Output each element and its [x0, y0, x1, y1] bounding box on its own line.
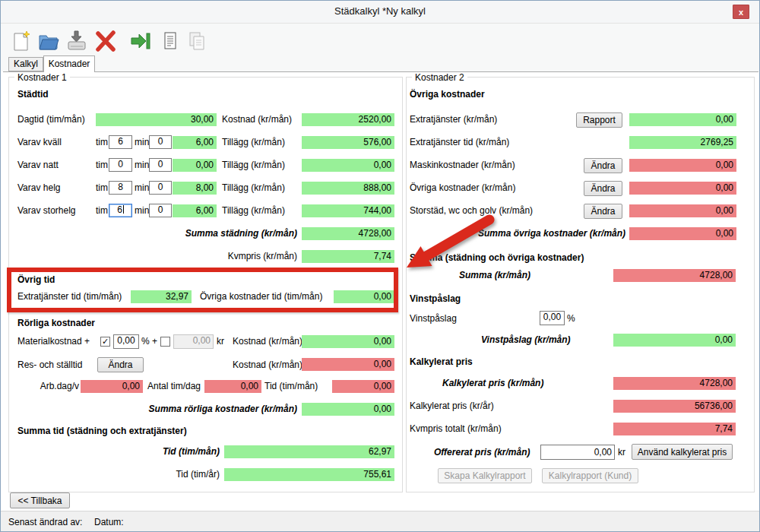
- status-bar: Senast ändrad av: Datum:: [1, 511, 759, 532]
- varav-natt-min-input[interactable]: 0: [149, 158, 172, 172]
- material-cost-field: 0,00: [302, 335, 394, 348]
- tab-kalkyl[interactable]: Kalkyl: [8, 57, 43, 71]
- tid-tim-man-label: Tid (tim/mån): [264, 380, 318, 393]
- varav-kvall-cost-field: 576,00: [302, 136, 394, 149]
- window-title: Städkalkyl *Ny kalkyl: [1, 5, 759, 17]
- report-icon[interactable]: [157, 28, 183, 54]
- varav-natt-cost-label: Tillägg (kr/mån): [222, 159, 285, 172]
- tim-label: tim: [96, 159, 108, 172]
- varav-helg-tim-input[interactable]: 8: [109, 181, 132, 195]
- offererat-pris-label: Offererat pris (kr/mån): [434, 446, 530, 459]
- ovriga-kostnader-header: Övriga kostnader: [410, 89, 485, 100]
- summa-rorliga-label: Summa rörliga kostnader (kr/mån): [100, 403, 297, 416]
- save-file-icon[interactable]: [64, 28, 90, 54]
- varav-kvall-tim-input[interactable]: 6: [109, 135, 132, 149]
- varav-storhelg-tim-value: 6: [117, 204, 122, 215]
- min-label: min: [135, 136, 149, 149]
- min-label: min: [135, 182, 149, 195]
- vinstpaslag-kr-field: 0,00: [613, 334, 736, 347]
- summa-tid-ar-field: 755,61: [224, 468, 394, 481]
- maskinkostnader-andra-button[interactable]: Ändra: [584, 158, 622, 173]
- new-document-icon[interactable]: [8, 28, 34, 54]
- res-cost-field: 0,00: [302, 358, 394, 371]
- offererat-pris-input[interactable]: 0,00: [540, 445, 615, 460]
- varav-storhelg-min-input[interactable]: 0: [149, 204, 172, 217]
- ovriga-kostnader-kr-field: 0,00: [629, 182, 736, 195]
- varav-kvall-value-field: 6,00: [173, 136, 217, 149]
- kvmpris-totalt-field: 7,74: [613, 423, 736, 435]
- varav-helg-min-input[interactable]: 0: [149, 181, 172, 195]
- materialkostnad-label: Materialkostnad +: [17, 335, 90, 348]
- material-pct-input[interactable]: 0,00: [113, 334, 139, 349]
- ovriga-kostnader-andra-button[interactable]: Ändra: [584, 181, 622, 196]
- material-pct-checkbox[interactable]: ✓: [100, 337, 110, 347]
- summa-stadning-label: Summa städning (kr/mån): [107, 227, 297, 240]
- kalkylrapport-kund-button[interactable]: Kalkylrapport (Kund): [542, 468, 638, 483]
- vinstpaslag-input[interactable]: 0,00: [540, 311, 565, 325]
- tillbaka-button[interactable]: << Tillbaka: [10, 492, 70, 508]
- antal-tim-dag-label: Antal tim/dag: [147, 380, 201, 393]
- stadtid-header: Städtid: [17, 89, 49, 100]
- material-kr-checkbox[interactable]: [160, 337, 170, 347]
- rapport-button[interactable]: Rapport: [576, 112, 622, 128]
- copy-glyph: [187, 30, 207, 52]
- res-andra-button[interactable]: Ändra: [97, 357, 144, 372]
- varav-kvall-label: Varav kväll: [17, 136, 62, 149]
- open-file-icon[interactable]: [36, 28, 62, 54]
- delete-glyph: [93, 29, 118, 53]
- varav-kvall-min-input[interactable]: 0: [149, 135, 172, 149]
- summa-tid-ar-label: Tid (tim/år): [75, 468, 220, 481]
- vinstpaslag-label: Vinstpåslag: [410, 312, 457, 325]
- storstad-andra-button[interactable]: Ändra: [584, 204, 622, 219]
- material-kr-suffix: kr: [217, 335, 224, 348]
- dagtid-value-field: 30,00: [96, 113, 217, 126]
- tim-label: tim: [96, 204, 108, 217]
- import-glyph: [129, 31, 150, 51]
- extratjanster-field: 0,00: [629, 113, 736, 126]
- min-label: min: [135, 204, 149, 217]
- summa-rorliga-field: 0,00: [302, 403, 394, 416]
- maskinkostnader-field: 0,00: [629, 159, 736, 172]
- close-icon: x: [739, 8, 743, 17]
- status-datum-label: Datum:: [94, 516, 124, 529]
- kalkylerat-ar-field: 56736,00: [613, 400, 736, 413]
- close-button[interactable]: x: [733, 5, 749, 19]
- rorliga-kostnader-header: Rörliga kostnader: [17, 318, 95, 328]
- vinstpaslag-kr-label: Vinstpåslag (kr/mån): [481, 334, 571, 347]
- report-glyph: [163, 31, 178, 51]
- maskinkostnader-label: Maskinkostnader (kr/mån): [410, 159, 515, 172]
- varav-natt-tim-input[interactable]: 0: [109, 158, 132, 172]
- res-och-stalltid-label: Res- och ställtid: [17, 359, 82, 372]
- varav-storhelg-tim-input[interactable]: 6: [109, 204, 132, 217]
- arbdag-label: Arb.dag/v: [24, 380, 79, 393]
- kvmpris-totalt-label: Kvmpris totalt (kr/mån): [410, 423, 502, 435]
- varav-helg-value-field: 8,00: [173, 182, 217, 195]
- text-caret: [123, 205, 124, 214]
- kvmpris-label: Kvmpris (kr/mån): [183, 250, 297, 263]
- offererat-kr-suffix: kr: [618, 446, 625, 459]
- vinstpaslag-pct-suffix: %: [567, 312, 575, 325]
- material-kr-input[interactable]: 0,00: [173, 334, 214, 349]
- annotation-arrow-glyph: [377, 198, 510, 278]
- tid-tim-man-field: 0,00: [332, 380, 394, 393]
- annotation-arrow: [377, 198, 510, 278]
- delete-icon[interactable]: [93, 28, 119, 54]
- kalkylerat-pris-header: Kalkylerat pris: [410, 356, 473, 367]
- tab-kostnader[interactable]: Kostnader: [43, 55, 95, 72]
- skapa-kalkylrapport-button[interactable]: Skapa Kalkylrapport: [438, 468, 532, 483]
- kalkylerat-man-field: 4728,00: [613, 377, 736, 390]
- groupbox-kostnader-1-label: Kostnader 1: [14, 73, 70, 83]
- summa-ovriga-field: 0,00: [629, 227, 736, 240]
- varav-helg-label: Varav helg: [17, 182, 60, 195]
- varav-storhelg-cost-label: Tillägg (kr/mån): [222, 204, 285, 217]
- summa-tid-header: Summa tid (städning och extratjänster): [17, 426, 187, 436]
- varav-natt-value-field: 0,00: [173, 159, 217, 172]
- material-cost-label: Kostnad (kr/mån): [233, 335, 302, 348]
- anvand-kalkylerat-pris-button[interactable]: Använd kalkylerat pris: [632, 444, 733, 460]
- dagtid-label: Dagtid (tim/mån): [17, 113, 85, 126]
- res-cost-label: Kostnad (kr/mån): [233, 359, 302, 372]
- dagtid-cost-label: Kostnad (kr/mån): [222, 113, 292, 126]
- copy-icon[interactable]: [184, 28, 210, 54]
- import-icon[interactable]: [127, 28, 153, 54]
- checkmark-icon: ✓: [102, 337, 109, 346]
